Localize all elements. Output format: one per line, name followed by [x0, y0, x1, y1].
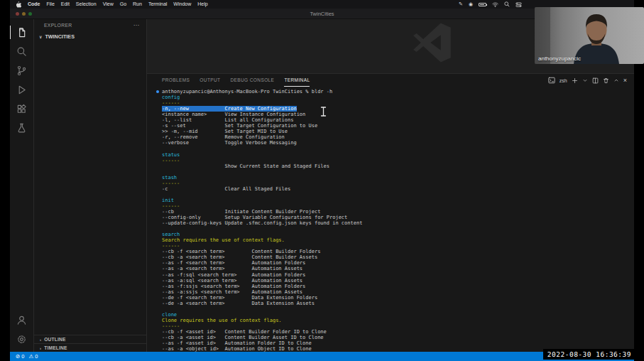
errors-icon: ⊘: [16, 353, 20, 360]
terminal-line: --as -f:sql <search term> Automation Fol…: [162, 272, 634, 278]
terminal-line: Clone requires the use of context flags.: [162, 318, 634, 323]
extensions-icon[interactable]: [10, 99, 34, 119]
terminal-line: --update-config-keys Update .sfmc.config…: [162, 220, 634, 226]
errors-count: 0: [21, 353, 24, 360]
explorer-empty-area: [34, 41, 146, 335]
bottom-panel: PROBLEMSOUTPUTDEBUG CONSOLETERMINAL zsh …: [147, 73, 634, 352]
terminal-line: search: [162, 232, 634, 237]
terminal-line: -r, --remove Remove Configuration: [162, 134, 634, 140]
run-debug-icon[interactable]: [10, 80, 34, 99]
account-icon[interactable]: [10, 311, 34, 330]
menu-item-go[interactable]: Go: [120, 0, 126, 9]
terminal-line: Show Current State and Staged Files: [162, 163, 634, 169]
settings-gear-icon[interactable]: [10, 330, 34, 349]
menu-item-window[interactable]: Window: [173, 0, 191, 9]
sidebar-section-outline[interactable]: › OUTLINE: [34, 335, 146, 343]
timeline-label: TIMELINE: [44, 345, 67, 350]
terminal-line: ------: [162, 323, 634, 329]
menu-item-edit[interactable]: Edit: [61, 0, 70, 9]
sidebar-section-timeline[interactable]: › TIMELINE: [34, 343, 146, 352]
menu-item-code[interactable]: Code: [28, 0, 40, 9]
wifi-icon[interactable]: [492, 2, 498, 7]
terminal-line: init: [162, 198, 634, 203]
menu-item-file[interactable]: File: [47, 0, 55, 9]
explorer-sidebar: EXPLORER ⋯ ∨ TWINCITIES › OUTLINE › TIME…: [34, 19, 147, 352]
menu-item-view[interactable]: View: [103, 0, 114, 9]
terminal-line: [162, 146, 634, 151]
command-decoration-dot: [156, 90, 159, 93]
terminal-line: Search requires the use of context flags…: [162, 237, 634, 243]
shell-label[interactable]: zsh: [560, 78, 567, 83]
terminal-line: --cb Initiate Content Builder Project: [162, 209, 634, 215]
terminal-line: <instance name> View Instance Configurat…: [162, 112, 634, 117]
explorer-header: EXPLORER ⋯: [34, 19, 146, 31]
window-title: TwinCities: [310, 11, 334, 17]
split-terminal-icon[interactable]: [592, 77, 599, 84]
outline-label: OUTLINE: [44, 337, 65, 342]
search-icon[interactable]: [10, 42, 34, 61]
panel-header: PROBLEMSOUTPUTDEBUG CONSOLETERMINAL zsh …: [147, 74, 634, 87]
chevron-right-icon: ›: [40, 346, 41, 350]
terminal-line: -l, --list List all Configurations: [162, 117, 634, 123]
menu-item-terminal[interactable]: Terminal: [148, 0, 167, 9]
pencil-icon[interactable]: ✎: [459, 0, 463, 9]
terminal-line: --cb -a <asset id> Content Builder Asset…: [162, 335, 634, 340]
explorer-icon[interactable]: [10, 23, 34, 42]
terminal-line: status: [162, 152, 634, 158]
terminal-dropdown-icon[interactable]: [582, 77, 588, 83]
menu-item-help[interactable]: Help: [197, 0, 207, 9]
status-bar: ⊘ 0 ⚠ 0: [10, 352, 634, 361]
record-icon[interactable]: ◉: [469, 0, 473, 9]
terminal-line: --cb -f <asset id> Content Builder Folde…: [162, 329, 634, 335]
terminal-line: --cb -a <search term> Content Builder As…: [162, 254, 634, 260]
battery-icon[interactable]: [479, 3, 486, 6]
terminal-line: -s --set Set Target Configuration to Use: [162, 123, 634, 129]
activity-bar: [10, 19, 34, 352]
root-folder-label: TWINCITIES: [45, 33, 75, 40]
tab-output[interactable]: OUTPUT: [200, 74, 220, 87]
terminal-line: --config-only Setup Variable Configurati…: [162, 215, 634, 220]
terminal-line: [162, 192, 634, 198]
menu-item-run[interactable]: Run: [133, 0, 142, 9]
terminal-line: ------: [162, 158, 634, 163]
kill-terminal-trash-icon[interactable]: [603, 77, 609, 84]
new-terminal-button[interactable]: [572, 77, 578, 84]
terminal-line: [162, 306, 634, 312]
explorer-title: EXPLORER: [44, 23, 72, 28]
terminal-line: --as -f <asset id> Automation Folder ID …: [162, 340, 634, 346]
terminal-output[interactable]: anthonyzupancic@Anthonys-MacBook-Pro Twi…: [147, 87, 634, 352]
close-window-button[interactable]: [16, 12, 19, 16]
tab-problems[interactable]: PROBLEMS: [162, 74, 190, 87]
maximize-window-button[interactable]: [28, 12, 32, 16]
tab-debug-console[interactable]: DEBUG CONSOLE: [230, 74, 274, 87]
vscode-logo-watermark: [413, 21, 452, 65]
terminal-line: --as -a:ssjs <search term> Automation As…: [162, 289, 634, 295]
terminal-line: --as -a <search term> Automation Assets: [162, 266, 634, 271]
source-control-icon[interactable]: [10, 61, 34, 80]
close-panel-icon[interactable]: ×: [623, 77, 627, 84]
terminal-line: --as -f <search term> Automation Folders: [162, 260, 634, 266]
chevron-right-icon: ›: [40, 338, 41, 342]
tab-terminal[interactable]: TERMINAL: [284, 74, 310, 87]
terminal-line: ------: [162, 243, 634, 249]
menu-items: CodeFileEditSelectionViewGoRunTerminalWi…: [28, 0, 208, 9]
explorer-actions-icon[interactable]: ⋯: [133, 23, 139, 28]
sidebar-item-twincities[interactable]: ∨ TWINCITIES: [34, 31, 146, 41]
control-center-icon[interactable]: [515, 2, 522, 7]
terminal-line: ------: [162, 100, 634, 106]
apple-menu-icon[interactable]: [16, 1, 21, 8]
maximize-panel-icon[interactable]: [613, 77, 619, 83]
minimize-window-button[interactable]: [22, 12, 26, 16]
terminal-controls: zsh ×: [548, 77, 627, 84]
menu-item-selection[interactable]: Selection: [76, 0, 97, 9]
terminal-line: [162, 226, 634, 232]
spotlight-search-icon[interactable]: [504, 1, 510, 7]
traffic-lights: [16, 12, 32, 16]
testing-icon[interactable]: [10, 119, 34, 138]
warnings-count: 0: [35, 353, 38, 360]
terminal-line: [162, 169, 634, 175]
terminal-line: config: [162, 95, 634, 100]
problems-status[interactable]: ⊘ 0 ⚠ 0: [16, 353, 38, 360]
mouse-ibeam-cursor: [320, 107, 327, 119]
terminal-line: ------: [162, 203, 634, 209]
